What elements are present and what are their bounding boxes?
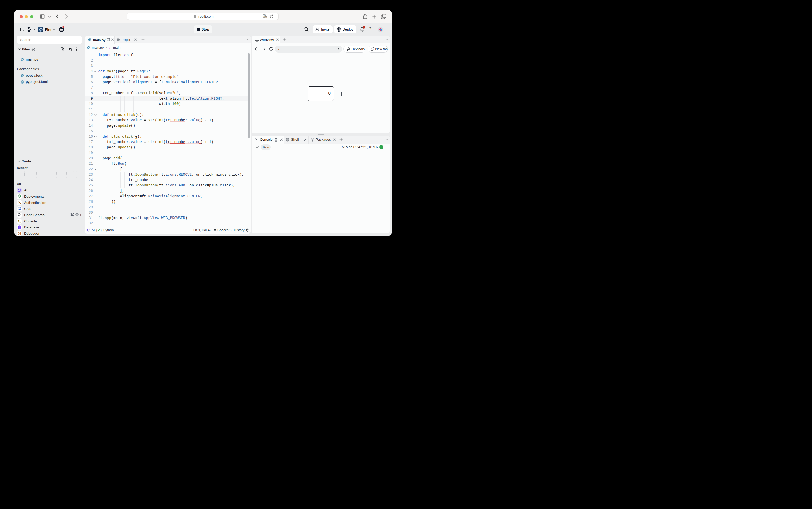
- svg-text:a: a: [265, 16, 266, 19]
